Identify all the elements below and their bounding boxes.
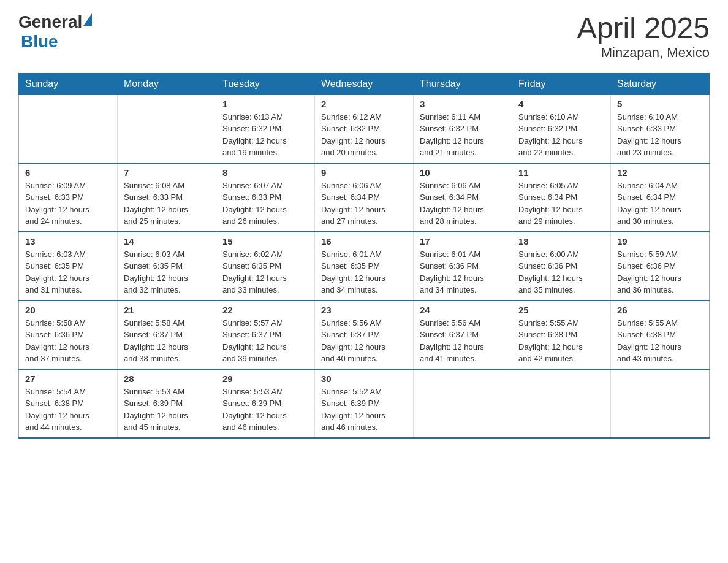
calendar-cell — [19, 94, 118, 163]
day-number: 2 — [321, 99, 407, 109]
day-info: Sunrise: 6:08 AM Sunset: 6:33 PM Dayligh… — [124, 180, 210, 228]
calendar-cell — [118, 94, 216, 163]
day-info: Sunrise: 6:02 AM Sunset: 6:35 PM Dayligh… — [222, 248, 308, 296]
calendar-cell: 14Sunrise: 6:03 AM Sunset: 6:35 PM Dayli… — [118, 232, 216, 301]
header-saturday: Saturday — [611, 73, 710, 94]
day-info: Sunrise: 6:09 AM Sunset: 6:33 PM Dayligh… — [25, 180, 111, 228]
day-number: 17 — [420, 236, 506, 247]
calendar-week-row: 6Sunrise: 6:09 AM Sunset: 6:33 PM Daylig… — [19, 163, 710, 232]
day-info: Sunrise: 6:05 AM Sunset: 6:34 PM Dayligh… — [518, 180, 604, 228]
calendar-cell: 19Sunrise: 5:59 AM Sunset: 6:36 PM Dayli… — [611, 232, 710, 301]
day-number: 25 — [518, 305, 604, 315]
calendar-cell: 4Sunrise: 6:10 AM Sunset: 6:32 PM Daylig… — [512, 94, 611, 163]
calendar-cell: 18Sunrise: 6:00 AM Sunset: 6:36 PM Dayli… — [512, 232, 611, 301]
day-number: 21 — [124, 305, 210, 315]
day-info: Sunrise: 6:01 AM Sunset: 6:36 PM Dayligh… — [420, 248, 506, 296]
day-info: Sunrise: 5:53 AM Sunset: 6:39 PM Dayligh… — [124, 386, 210, 434]
calendar-cell: 7Sunrise: 6:08 AM Sunset: 6:33 PM Daylig… — [118, 163, 216, 232]
header-tuesday: Tuesday — [216, 73, 315, 94]
calendar-cell: 13Sunrise: 6:03 AM Sunset: 6:35 PM Dayli… — [19, 232, 118, 301]
calendar-cell: 30Sunrise: 5:52 AM Sunset: 6:39 PM Dayli… — [315, 369, 414, 438]
day-number: 20 — [25, 305, 111, 315]
day-number: 5 — [617, 99, 703, 109]
calendar-week-row: 13Sunrise: 6:03 AM Sunset: 6:35 PM Dayli… — [19, 232, 710, 301]
day-number: 1 — [222, 99, 308, 109]
title-block: April 2025 Minzapan, Mexico — [577, 12, 710, 61]
day-info: Sunrise: 6:03 AM Sunset: 6:35 PM Dayligh… — [25, 248, 111, 296]
day-info: Sunrise: 5:54 AM Sunset: 6:38 PM Dayligh… — [25, 386, 111, 434]
calendar-cell: 29Sunrise: 5:53 AM Sunset: 6:39 PM Dayli… — [216, 369, 315, 438]
day-info: Sunrise: 5:58 AM Sunset: 6:37 PM Dayligh… — [124, 317, 210, 365]
day-info: Sunrise: 6:03 AM Sunset: 6:35 PM Dayligh… — [124, 248, 210, 296]
day-number: 29 — [222, 373, 308, 384]
day-number: 8 — [222, 167, 308, 178]
calendar-cell — [414, 369, 512, 438]
day-info: Sunrise: 5:57 AM Sunset: 6:37 PM Dayligh… — [222, 317, 308, 365]
day-number: 14 — [124, 236, 210, 247]
day-number: 7 — [124, 167, 210, 178]
calendar-cell: 10Sunrise: 6:06 AM Sunset: 6:34 PM Dayli… — [414, 163, 512, 232]
calendar-cell: 15Sunrise: 6:02 AM Sunset: 6:35 PM Dayli… — [216, 232, 315, 301]
calendar-cell: 9Sunrise: 6:06 AM Sunset: 6:34 PM Daylig… — [315, 163, 414, 232]
day-number: 27 — [25, 373, 111, 384]
header-monday: Monday — [118, 73, 216, 94]
day-number: 3 — [420, 99, 506, 109]
calendar-cell: 24Sunrise: 5:56 AM Sunset: 6:37 PM Dayli… — [414, 301, 512, 369]
logo-blue: Blue — [21, 32, 58, 52]
day-number: 26 — [617, 305, 703, 315]
day-info: Sunrise: 6:01 AM Sunset: 6:35 PM Dayligh… — [321, 248, 407, 296]
logo-triangle-icon — [83, 13, 92, 26]
calendar-cell: 28Sunrise: 5:53 AM Sunset: 6:39 PM Dayli… — [118, 369, 216, 438]
day-info: Sunrise: 6:11 AM Sunset: 6:32 PM Dayligh… — [420, 111, 506, 159]
day-number: 19 — [617, 236, 703, 247]
day-info: Sunrise: 6:04 AM Sunset: 6:34 PM Dayligh… — [617, 180, 703, 228]
header-friday: Friday — [512, 73, 611, 94]
day-number: 13 — [25, 236, 111, 247]
day-number: 11 — [518, 167, 604, 178]
day-number: 9 — [321, 167, 407, 178]
day-number: 28 — [124, 373, 210, 384]
day-number: 30 — [321, 373, 407, 384]
day-info: Sunrise: 6:06 AM Sunset: 6:34 PM Dayligh… — [420, 180, 506, 228]
day-info: Sunrise: 5:52 AM Sunset: 6:39 PM Dayligh… — [321, 386, 407, 434]
calendar-cell: 16Sunrise: 6:01 AM Sunset: 6:35 PM Dayli… — [315, 232, 414, 301]
calendar-cell: 23Sunrise: 5:56 AM Sunset: 6:37 PM Dayli… — [315, 301, 414, 369]
calendar-cell: 6Sunrise: 6:09 AM Sunset: 6:33 PM Daylig… — [19, 163, 118, 232]
day-number: 16 — [321, 236, 407, 247]
calendar-cell: 12Sunrise: 6:04 AM Sunset: 6:34 PM Dayli… — [611, 163, 710, 232]
day-info: Sunrise: 6:00 AM Sunset: 6:36 PM Dayligh… — [518, 248, 604, 296]
calendar-cell — [512, 369, 611, 438]
day-info: Sunrise: 6:06 AM Sunset: 6:34 PM Dayligh… — [321, 180, 407, 228]
calendar-cell: 22Sunrise: 5:57 AM Sunset: 6:37 PM Dayli… — [216, 301, 315, 369]
day-number: 4 — [518, 99, 604, 109]
logo-general: General — [18, 12, 82, 32]
calendar-cell — [611, 369, 710, 438]
day-info: Sunrise: 5:59 AM Sunset: 6:36 PM Dayligh… — [617, 248, 703, 296]
page-header: General Blue April 2025 Minzapan, Mexico — [18, 12, 710, 61]
calendar-cell: 26Sunrise: 5:55 AM Sunset: 6:38 PM Dayli… — [611, 301, 710, 369]
calendar-cell: 11Sunrise: 6:05 AM Sunset: 6:34 PM Dayli… — [512, 163, 611, 232]
day-info: Sunrise: 5:56 AM Sunset: 6:37 PM Dayligh… — [420, 317, 506, 365]
calendar-cell: 21Sunrise: 5:58 AM Sunset: 6:37 PM Dayli… — [118, 301, 216, 369]
logo: General Blue — [18, 12, 92, 52]
day-info: Sunrise: 6:10 AM Sunset: 6:33 PM Dayligh… — [617, 111, 703, 159]
day-number: 23 — [321, 305, 407, 315]
calendar-cell: 5Sunrise: 6:10 AM Sunset: 6:33 PM Daylig… — [611, 94, 710, 163]
calendar-cell: 3Sunrise: 6:11 AM Sunset: 6:32 PM Daylig… — [414, 94, 512, 163]
day-info: Sunrise: 6:07 AM Sunset: 6:33 PM Dayligh… — [222, 180, 308, 228]
day-info: Sunrise: 5:53 AM Sunset: 6:39 PM Dayligh… — [222, 386, 308, 434]
day-number: 24 — [420, 305, 506, 315]
day-info: Sunrise: 6:12 AM Sunset: 6:32 PM Dayligh… — [321, 111, 407, 159]
header-sunday: Sunday — [19, 73, 118, 94]
calendar-table: Sunday Monday Tuesday Wednesday Thursday… — [18, 73, 710, 439]
day-number: 6 — [25, 167, 111, 178]
calendar-cell: 25Sunrise: 5:55 AM Sunset: 6:38 PM Dayli… — [512, 301, 611, 369]
calendar-cell: 17Sunrise: 6:01 AM Sunset: 6:36 PM Dayli… — [414, 232, 512, 301]
day-info: Sunrise: 5:58 AM Sunset: 6:36 PM Dayligh… — [25, 317, 111, 365]
calendar-header-row: Sunday Monday Tuesday Wednesday Thursday… — [19, 73, 710, 94]
day-info: Sunrise: 5:55 AM Sunset: 6:38 PM Dayligh… — [518, 317, 604, 365]
page-title: April 2025 — [577, 12, 710, 45]
day-info: Sunrise: 6:10 AM Sunset: 6:32 PM Dayligh… — [518, 111, 604, 159]
day-info: Sunrise: 5:55 AM Sunset: 6:38 PM Dayligh… — [617, 317, 703, 365]
day-number: 15 — [222, 236, 308, 247]
